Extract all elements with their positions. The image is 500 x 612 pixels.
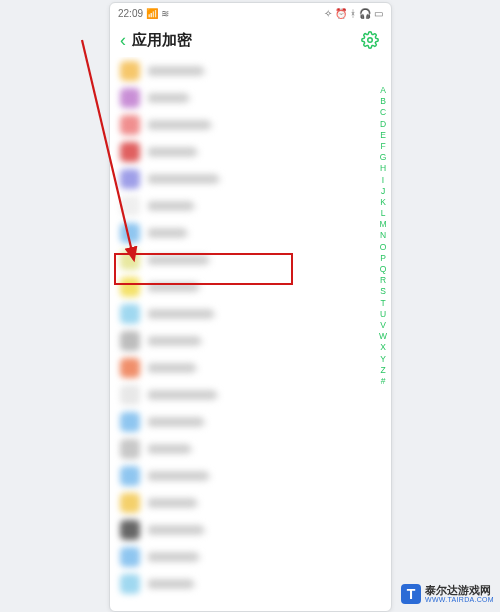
app-row[interactable]: › <box>110 327 391 354</box>
index-letter[interactable]: L <box>378 208 388 218</box>
app-label <box>148 336 200 346</box>
app-icon <box>120 223 140 243</box>
chevron-right-icon: › <box>198 280 202 294</box>
app-icon <box>120 277 140 297</box>
index-letter[interactable]: Z <box>378 365 388 375</box>
index-letter[interactable]: J <box>378 186 388 196</box>
index-letter[interactable]: V <box>378 320 388 330</box>
app-icon <box>120 520 140 540</box>
index-letter[interactable]: I <box>378 175 388 185</box>
index-letter[interactable]: # <box>378 376 388 386</box>
chevron-right-icon: › <box>216 388 220 402</box>
index-letter[interactable]: K <box>378 197 388 207</box>
chevron-right-icon: › <box>186 226 190 240</box>
app-label <box>148 552 198 562</box>
app-label <box>148 66 203 76</box>
app-label <box>148 174 218 184</box>
app-label <box>148 255 208 265</box>
app-row[interactable]: › <box>110 219 391 246</box>
headphone-icon: 🎧 <box>359 8 371 19</box>
index-letter[interactable]: M <box>378 219 388 229</box>
chevron-right-icon: › <box>218 172 222 186</box>
index-letter[interactable]: Y <box>378 354 388 364</box>
app-row[interactable]: › <box>110 84 391 111</box>
svg-point-0 <box>368 38 373 43</box>
app-row[interactable]: › <box>110 462 391 489</box>
app-icon <box>120 547 140 567</box>
app-icon <box>120 142 140 162</box>
chevron-right-icon: › <box>203 523 207 537</box>
watermark-en: WWW.TAIRDA.COM <box>425 596 494 603</box>
app-row[interactable]: › <box>110 165 391 192</box>
app-label <box>148 417 203 427</box>
index-letter[interactable]: Q <box>378 264 388 274</box>
app-row[interactable]: › <box>110 273 391 300</box>
chevron-right-icon: › <box>210 118 214 132</box>
index-letter[interactable]: N <box>378 230 388 240</box>
index-letter[interactable]: B <box>378 96 388 106</box>
app-row[interactable]: › <box>110 246 391 273</box>
index-letter[interactable]: O <box>378 242 388 252</box>
app-row[interactable]: › <box>110 408 391 435</box>
app-row[interactable]: › <box>110 435 391 462</box>
app-row[interactable]: › <box>110 516 391 543</box>
app-row[interactable]: › <box>110 57 391 84</box>
settings-button[interactable] <box>361 31 379 49</box>
app-row[interactable]: › <box>110 354 391 381</box>
chevron-right-icon: › <box>208 469 212 483</box>
app-row[interactable]: › <box>110 192 391 219</box>
chevron-right-icon: › <box>198 550 202 564</box>
app-row[interactable]: › <box>110 300 391 327</box>
status-time: 22:09 <box>118 8 143 19</box>
watermark: T 泰尔达游戏网 WWW.TAIRDA.COM <box>401 584 494 604</box>
back-button[interactable]: ‹ <box>120 31 132 49</box>
index-letter[interactable]: C <box>378 107 388 117</box>
status-bar: 22:09 📶 ≋ ✧ ⏰ ᚼ 🎧 ▭ <box>110 3 391 23</box>
watermark-logo: T <box>401 584 421 604</box>
index-letter[interactable]: D <box>378 119 388 129</box>
app-row[interactable]: › <box>110 570 391 597</box>
app-icon <box>120 304 140 324</box>
app-label <box>148 579 193 589</box>
app-icon <box>120 385 140 405</box>
index-letter[interactable]: W <box>378 331 388 341</box>
signal-icon: 📶 <box>146 8 158 19</box>
app-label <box>148 282 198 292</box>
chevron-right-icon: › <box>203 415 207 429</box>
chevron-right-icon: › <box>196 145 200 159</box>
app-icon <box>120 61 140 81</box>
index-letter[interactable]: U <box>378 309 388 319</box>
app-list[interactable]: ›››››››››››››››››››› ABCDEFGHIJKLMNOPQRS… <box>110 57 391 607</box>
index-letter[interactable]: R <box>378 275 388 285</box>
index-letter[interactable]: G <box>378 152 388 162</box>
index-letter[interactable]: X <box>378 342 388 352</box>
index-letter[interactable]: F <box>378 141 388 151</box>
chevron-right-icon: › <box>203 64 207 78</box>
app-label <box>148 228 186 238</box>
app-row[interactable]: › <box>110 543 391 570</box>
app-row[interactable]: › <box>110 138 391 165</box>
watermark-cn: 泰尔达游戏网 <box>425 585 494 597</box>
app-icon <box>120 412 140 432</box>
index-letter[interactable]: A <box>378 85 388 95</box>
index-letter[interactable]: P <box>378 253 388 263</box>
app-label <box>148 93 188 103</box>
index-letter[interactable]: S <box>378 286 388 296</box>
chevron-right-icon: › <box>193 577 197 591</box>
app-row[interactable]: › <box>110 111 391 138</box>
app-icon <box>120 466 140 486</box>
app-row[interactable]: › <box>110 489 391 516</box>
battery-icon: ▭ <box>374 8 383 19</box>
alpha-index[interactable]: ABCDEFGHIJKLMNOPQRSTUVWXYZ# <box>378 85 388 386</box>
app-icon <box>120 331 140 351</box>
index-letter[interactable]: E <box>378 130 388 140</box>
index-letter[interactable]: H <box>378 163 388 173</box>
app-label <box>148 525 203 535</box>
app-row[interactable]: › <box>110 381 391 408</box>
index-letter[interactable]: T <box>378 298 388 308</box>
app-label <box>148 147 196 157</box>
app-label <box>148 201 193 211</box>
chevron-right-icon: › <box>195 361 199 375</box>
phone-frame: 22:09 📶 ≋ ✧ ⏰ ᚼ 🎧 ▭ ‹ 应用加密 ›››››››››››››… <box>109 2 392 612</box>
app-label <box>148 120 210 130</box>
